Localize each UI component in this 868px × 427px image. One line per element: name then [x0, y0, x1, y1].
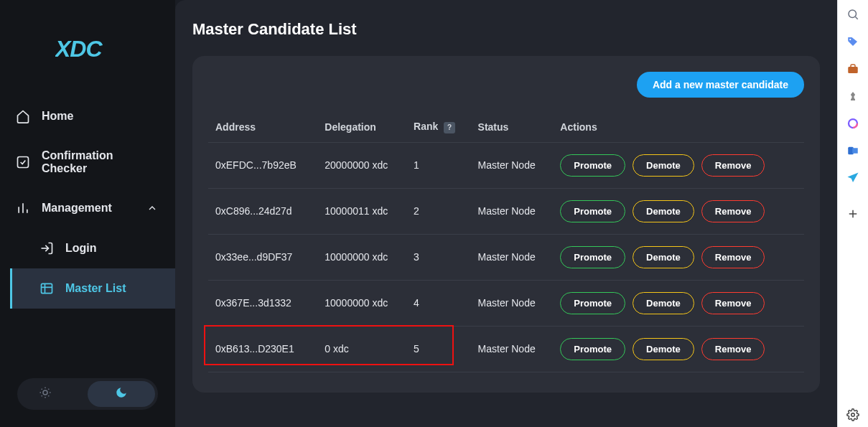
help-icon[interactable]: ?: [444, 122, 455, 133]
candidate-card: Add a new master candidate Address Deleg…: [192, 56, 820, 393]
promote-button[interactable]: Promote: [560, 200, 625, 222]
briefcase-icon[interactable]: [846, 62, 860, 76]
cell-delegation: 0 xdc: [317, 326, 406, 372]
nav-home-label: Home: [42, 110, 73, 123]
copilot-icon[interactable]: [846, 116, 860, 131]
svg-line-13: [48, 395, 49, 396]
cell-delegation: 10000000 xdc: [317, 234, 406, 280]
svg-text:XDC: XDC: [55, 36, 103, 62]
cell-address: 0x33ee...d9DF37: [208, 234, 317, 280]
cell-status: Master Node: [471, 142, 554, 188]
login-icon: [39, 241, 54, 255]
svg-point-20: [849, 39, 851, 40]
settings-icon[interactable]: [846, 413, 860, 427]
plus-icon[interactable]: [846, 207, 860, 221]
cell-rank: 3: [406, 234, 471, 280]
cell-delegation: 10000011 xdc: [317, 188, 406, 234]
th-delegation: Delegation: [317, 112, 406, 142]
th-actions: Actions: [553, 112, 804, 142]
subnav-master-list-label: Master List: [65, 282, 126, 295]
svg-line-12: [42, 389, 42, 390]
cell-address: 0x367E...3d1332: [208, 280, 317, 326]
chess-icon[interactable]: [846, 89, 860, 103]
subnav: Login Master List: [10, 228, 175, 309]
bar-chart-icon: [16, 201, 30, 215]
table-icon: [39, 281, 54, 296]
cell-address-text: 0xB613...D230E1: [215, 343, 294, 355]
outlook-icon[interactable]: [846, 144, 860, 158]
nav: Home Confirmation Checker Management: [0, 96, 175, 309]
remove-button[interactable]: Remove: [701, 200, 765, 222]
tag-icon[interactable]: [846, 34, 860, 49]
sidebar: XDC Home Confirmation Checker: [0, 0, 175, 427]
remove-button[interactable]: Remove: [701, 338, 765, 360]
cell-actions: Promote Demote Remove: [553, 326, 804, 372]
svg-point-28: [851, 413, 855, 417]
cell-actions: Promote Demote Remove: [553, 142, 804, 188]
cell-rank: 1: [406, 142, 471, 188]
cell-address: 0xC896...24d27d: [208, 188, 317, 234]
page-title: Master Candidate List: [192, 20, 820, 39]
svg-rect-1: [18, 157, 29, 168]
promote-button[interactable]: Promote: [560, 292, 625, 314]
sun-icon: [39, 386, 52, 402]
cell-delegation: 10000000 xdc: [317, 280, 406, 326]
promote-button[interactable]: Promote: [560, 338, 625, 360]
xdc-logo-icon: XDC: [55, 35, 120, 64]
table-row: 0xC896...24d27d 10000011 xdc 2 Master No…: [208, 188, 804, 234]
svg-point-18: [849, 10, 857, 18]
table-row: 0xEFDC...7b92eB 20000000 xdc 1 Master No…: [208, 142, 804, 188]
cell-status: Master Node: [471, 326, 554, 372]
nav-management[interactable]: Management: [0, 188, 175, 228]
svg-line-19: [855, 17, 857, 19]
th-status: Status: [471, 112, 554, 142]
svg-rect-25: [852, 148, 858, 154]
cell-rank: 4: [406, 280, 471, 326]
logo: XDC: [0, 10, 175, 89]
table-row-highlighted: 0xB613...D230E1 0 xdc 5 Master Node Prom…: [208, 326, 804, 372]
subnav-master-list[interactable]: Master List: [10, 268, 175, 309]
cell-rank: 2: [406, 188, 471, 234]
send-icon[interactable]: [846, 171, 860, 185]
cell-address: 0xB613...D230E1: [208, 326, 317, 372]
candidate-table: Address Delegation Rank ? Status Actions…: [208, 112, 804, 372]
moon-icon: [115, 386, 128, 402]
cell-status: Master Node: [471, 188, 554, 234]
demote-button[interactable]: Demote: [633, 338, 694, 360]
cell-actions: Promote Demote Remove: [553, 188, 804, 234]
chevron-up-icon: [145, 201, 159, 215]
demote-button[interactable]: Demote: [633, 154, 694, 177]
theme-toggle[interactable]: [17, 378, 158, 410]
cell-actions: Promote Demote Remove: [553, 234, 804, 280]
check-square-icon: [16, 155, 30, 169]
promote-button[interactable]: Promote: [560, 154, 625, 177]
demote-button[interactable]: Demote: [633, 246, 694, 268]
subnav-login[interactable]: Login: [10, 228, 175, 268]
remove-button[interactable]: Remove: [701, 292, 765, 314]
demote-button[interactable]: Demote: [633, 292, 694, 314]
nav-confirmation-checker[interactable]: Confirmation Checker: [0, 136, 175, 188]
add-candidate-button[interactable]: Add a new master candidate: [637, 72, 804, 98]
subnav-login-label: Login: [65, 242, 97, 255]
demote-button[interactable]: Demote: [633, 200, 694, 222]
th-rank-label: Rank: [414, 121, 438, 132]
th-rank: Rank ?: [406, 112, 471, 142]
cell-address: 0xEFDC...7b92eB: [208, 142, 317, 188]
cell-delegation: 20000000 xdc: [317, 142, 406, 188]
main-content: Master Candidate List Add a new master c…: [175, 0, 837, 427]
search-icon[interactable]: [846, 7, 860, 22]
table-row: 0x367E...3d1332 10000000 xdc 4 Master No…: [208, 280, 804, 326]
nav-home[interactable]: Home: [0, 96, 175, 136]
nav-confirmation-checker-label: Confirmation Checker: [42, 149, 159, 175]
right-rail: [837, 0, 868, 427]
promote-button[interactable]: Promote: [560, 246, 625, 268]
cell-actions: Promote Demote Remove: [553, 280, 804, 326]
svg-line-17: [48, 389, 49, 390]
theme-toggle-container: [0, 361, 175, 427]
remove-button[interactable]: Remove: [701, 246, 765, 268]
nav-management-label: Management: [42, 202, 112, 215]
theme-toggle-knob: [88, 381, 155, 407]
svg-rect-6: [42, 283, 52, 293]
remove-button[interactable]: Remove: [701, 154, 765, 177]
svg-rect-21: [848, 67, 858, 73]
